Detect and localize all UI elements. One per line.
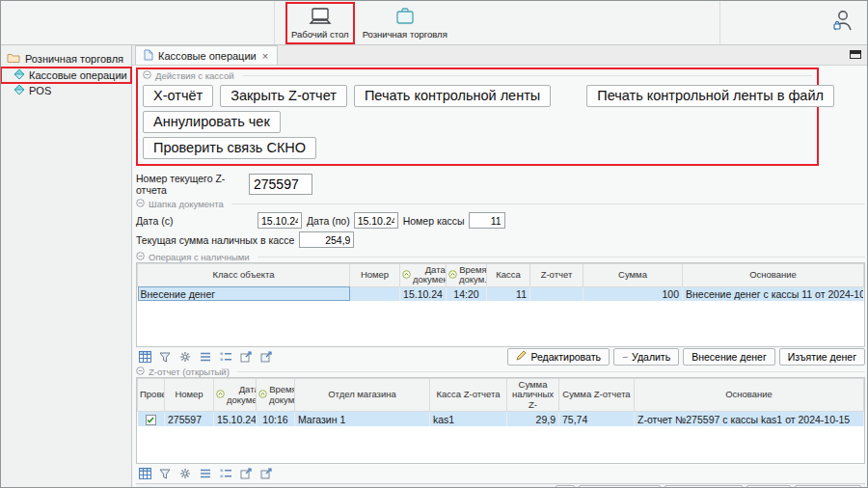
sort-asc-icon: [402, 270, 411, 281]
gear-icon[interactable]: [177, 466, 193, 481]
refresh-button[interactable]: [556, 485, 575, 488]
print-control-tape-to-file-button[interactable]: Печать контрольной ленты в файл: [586, 85, 834, 107]
cancel-button[interactable]: Отменить: [665, 485, 743, 488]
cancel-icon: [673, 487, 684, 488]
export-file-icon[interactable]: [258, 349, 274, 365]
delete-button[interactable]: − Удалить: [613, 348, 679, 366]
filter-icon[interactable]: [157, 466, 173, 481]
export-icon[interactable]: [238, 349, 254, 365]
current-z-number-row: Номер текущего Z-отчета: [136, 173, 865, 196]
col-doc-time[interactable]: Время докум.: [257, 379, 295, 412]
col-store-label: Отдел магазина: [328, 389, 396, 399]
print-control-tape-button[interactable]: Печать контрольной ленты: [354, 85, 551, 107]
col-doc-date[interactable]: Дата документа: [214, 379, 257, 412]
doc-header-title-row: Шапка документа: [136, 199, 865, 209]
cell-doc-date: 15.10.24: [214, 412, 257, 426]
sidebar-item-pos-label: POS: [29, 85, 51, 96]
col-doc-time[interactable]: Время докум.: [447, 264, 487, 287]
col-number[interactable]: Номер: [165, 379, 214, 412]
col-kassa-label: Касса: [496, 269, 521, 280]
close-z-report-button[interactable]: Закрыть Z-отчет: [220, 85, 347, 107]
col-checked[interactable]: Прове.: [138, 379, 165, 412]
current-z-number-input[interactable]: [249, 174, 312, 195]
col-object-class[interactable]: Класс объекта: [138, 264, 350, 287]
grid-icon[interactable]: [137, 466, 152, 481]
tab-bar: Кассовые операции ×: [132, 45, 867, 66]
main-area: Розничная торговля Кассовые операции POS: [1, 45, 867, 487]
more-icon[interactable]: [141, 487, 154, 488]
export-file-icon[interactable]: [258, 466, 274, 481]
cell-z-report: [530, 286, 583, 301]
current-cash-input[interactable]: [299, 231, 354, 248]
cell-kassa: 11: [487, 286, 530, 301]
cash-ops-grid-toolbar: [136, 349, 274, 365]
col-z-report[interactable]: Z-отчет: [530, 264, 583, 287]
ok-button[interactable]: ✓ OK: [746, 485, 791, 488]
cell-sum: 100: [583, 286, 683, 301]
tab-label: Кассовые операции: [158, 50, 257, 62]
panel-toggle-icon[interactable]: [850, 50, 861, 59]
close-button[interactable]: × Закрыть: [795, 485, 861, 488]
list-settings-icon[interactable]: [218, 349, 233, 365]
collapse-icon[interactable]: [136, 199, 145, 209]
sidebar-item-pos[interactable]: POS: [1, 83, 131, 98]
col-reason[interactable]: Основание: [683, 264, 864, 287]
cell-object-class: Внесение денег: [138, 286, 350, 301]
grid-icon[interactable]: [137, 349, 152, 365]
check-skno-connection-button[interactable]: Проверить связь СКНО: [143, 137, 316, 159]
cell-doc-time: 14:20: [447, 286, 487, 301]
list-icon[interactable]: [198, 466, 213, 481]
z-report-title: Z-отчет (открытый): [149, 366, 230, 377]
col-z-cash-sum[interactable]: Сумма наличных Z-: [507, 379, 559, 412]
x-report-button[interactable]: X-отчёт: [143, 85, 213, 107]
list-icon[interactable]: [198, 349, 213, 365]
checkbox-checked[interactable]: [146, 415, 156, 425]
save-button[interactable]: Сохранить: [579, 485, 661, 488]
gear-icon[interactable]: [177, 349, 193, 365]
diamond-icon: [14, 69, 24, 81]
toolbar-item-retail[interactable]: Розничная торговля: [358, 3, 452, 43]
cell-reason: Внесение денег с кассы 11 от 2024-10-15: [683, 286, 864, 301]
tab-cash-operations[interactable]: Кассовые операции ×: [135, 45, 278, 65]
filter-icon[interactable]: [157, 349, 173, 365]
collapse-icon[interactable]: [143, 70, 151, 81]
col-number[interactable]: Номер: [350, 264, 400, 287]
deposit-money-button[interactable]: Внесение денег: [683, 348, 775, 366]
z-report-table: Прове. Номер Дата документа Время докум.…: [137, 378, 864, 426]
date-to-input[interactable]: [354, 212, 398, 229]
col-z-kassa[interactable]: Касса Z-отчета: [430, 379, 507, 412]
date-from-input[interactable]: [258, 212, 302, 229]
sidebar-header-retail[interactable]: Розничная торговля: [1, 50, 131, 68]
withdraw-money-button-label: Изъятие денег: [788, 351, 856, 363]
z-report-row[interactable]: 275597 15.10.24 10:16 Магазин 1 kas1 29,…: [138, 412, 864, 426]
void-receipt-button[interactable]: Аннулировать чек: [143, 111, 281, 133]
col-reason[interactable]: Основание: [635, 379, 864, 412]
col-kassa[interactable]: Касса: [487, 264, 530, 287]
retail-icon: [394, 7, 416, 28]
list-settings-icon[interactable]: [218, 466, 233, 481]
status-bar: Сохранить Отменить ✓ OK × Закрыть: [136, 483, 865, 487]
col-z-sum-label: Сумма Z-отчета: [562, 389, 630, 399]
edit-button[interactable]: Редактировать: [507, 348, 610, 366]
z-report-grid-toolbar: [136, 466, 274, 481]
sidebar-item-cash-operations[interactable]: Кассовые операции: [1, 68, 131, 83]
toolbar-item-desktop[interactable]: Рабочий стол: [286, 3, 354, 43]
collapse-icon[interactable]: [136, 252, 145, 262]
col-sum[interactable]: Сумма: [583, 264, 683, 287]
cash-operations-title: Операция с наличными: [149, 252, 250, 262]
z-report-group: Z-отчет (открытый) Прове. Номер: [136, 366, 865, 483]
col-z-sum[interactable]: Сумма Z-отчета: [559, 379, 635, 412]
user-lock-icon[interactable]: [832, 9, 854, 37]
tab-close-icon[interactable]: ×: [261, 50, 269, 62]
z-report-header-row: Прове. Номер Дата документа Время докум.…: [138, 379, 864, 412]
col-doc-date[interactable]: Дата документа: [400, 264, 447, 287]
withdraw-money-button[interactable]: Изъятие денег: [779, 348, 865, 366]
export-icon[interactable]: [238, 466, 254, 481]
cash-ops-row[interactable]: Внесение денег 15.10.24 14:20 11 100 Вне…: [138, 286, 864, 301]
kassa-number-input[interactable]: [469, 212, 505, 229]
cell-checked: [138, 412, 165, 426]
current-cash-label: Текущая сумма наличных в кассе: [136, 234, 299, 246]
collapse-icon[interactable]: [136, 366, 145, 377]
col-store[interactable]: Отдел магазина: [295, 379, 430, 412]
cash-operations-title-row: Операция с наличными: [136, 252, 865, 262]
